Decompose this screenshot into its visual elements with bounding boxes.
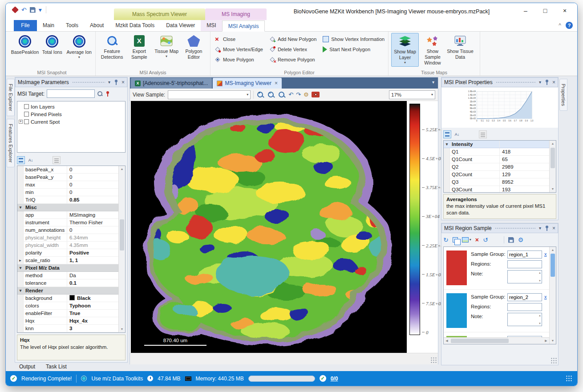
property-value[interactable]: Typhoon xyxy=(67,302,118,309)
property-value[interactable]: 0 xyxy=(67,189,118,196)
pan-hand-icon[interactable]: ⚙ xyxy=(304,92,309,97)
scroll-down-icon[interactable]: ▼ xyxy=(538,322,541,325)
property-row[interactable]: num_annotations 0 xyxy=(17,226,118,234)
refresh-icon[interactable]: ↻ xyxy=(443,237,449,243)
minimize-icon[interactable]: – xyxy=(516,4,535,17)
property-row[interactable]: basePeak_y 0 xyxy=(17,174,118,181)
show-tissue-data-button[interactable]: Show Tissue Data xyxy=(446,33,474,61)
side-tab[interactable]: Properties xyxy=(559,79,567,111)
property-row[interactable]: max 0 xyxy=(17,181,118,189)
property-value[interactable]: 0.1 xyxy=(67,279,118,287)
zoom-reset-icon[interactable] xyxy=(278,91,286,99)
status-task-count[interactable]: 0/0 xyxy=(331,376,338,382)
copy-icon[interactable] xyxy=(453,237,458,242)
tree-checkbox[interactable] xyxy=(24,112,29,117)
tree-item[interactable]: + Pinned Pixels xyxy=(18,110,124,118)
settings-gear-icon[interactable]: ⚙ xyxy=(518,237,524,243)
property-row[interactable]: colors Typhoon xyxy=(17,302,118,310)
panel-dropdown-icon[interactable]: ▾ xyxy=(539,226,541,230)
property-value[interactable]: 129 xyxy=(500,171,556,178)
scrollbar-thumb[interactable] xyxy=(451,339,509,343)
property-row[interactable]: physical_width 4.35mm xyxy=(17,242,118,249)
region-item[interactable]: Sample Group: x Regions: Note: xyxy=(444,247,549,290)
ribbon-tab[interactable]: Mzkit Data Tools xyxy=(109,20,160,31)
property-row[interactable]: TrIQ 0.85 xyxy=(17,196,118,204)
polygon-tool-button[interactable]: Add New Polygon xyxy=(268,34,318,44)
property-row[interactable]: basePeak_x 0 xyxy=(17,166,118,174)
help-icon[interactable]: ? xyxy=(566,22,573,29)
polygon-tool-button[interactable]: Show Vertex Information xyxy=(321,34,386,44)
property-value[interactable]: 0 xyxy=(67,174,118,181)
property-value[interactable]: 2989 xyxy=(500,163,556,170)
scrollbar-vertical[interactable]: ▲ ▼ xyxy=(549,141,556,192)
alphabetical-sort-icon[interactable]: A↓ xyxy=(453,130,461,138)
scrollbar-thumb[interactable] xyxy=(120,219,124,251)
ribbon-tab[interactable]: MSI Analysis xyxy=(222,20,265,32)
region-color-swatch[interactable] xyxy=(446,251,467,285)
property-pages-icon[interactable] xyxy=(479,130,487,138)
region-color-swatch[interactable] xyxy=(446,293,467,328)
property-row[interactable]: Q2 2989 xyxy=(444,163,556,171)
msi-canvas[interactable]: 870.40 um xyxy=(131,101,407,353)
property-row[interactable]: Q3 8952 xyxy=(444,178,556,186)
polygon-tool-button[interactable]: Close xyxy=(213,34,264,44)
property-value[interactable]: 3 xyxy=(67,325,118,332)
property-row[interactable]: Misc xyxy=(17,204,118,211)
tree-item[interactable]: + Current Spot xyxy=(18,118,124,125)
pin-icon[interactable] xyxy=(113,80,118,85)
bottom-tab[interactable]: Task List xyxy=(46,364,67,370)
scroll-down-icon[interactable]: ▼ xyxy=(550,338,556,344)
property-value[interactable]: Black xyxy=(67,295,118,302)
tab-list-dropdown-icon[interactable]: ▾ xyxy=(432,80,434,85)
sample-group-input[interactable] xyxy=(507,293,542,301)
delete-region-icon[interactable]: × xyxy=(475,237,479,243)
remove-region-link[interactable]: x xyxy=(544,251,547,257)
save-icon[interactable] xyxy=(30,7,36,13)
contextual-tab-group[interactable]: Mass Spectrum Viewer xyxy=(114,8,205,20)
zoom-out-icon[interactable]: − xyxy=(267,91,275,99)
tree-checkbox[interactable] xyxy=(24,104,29,109)
property-value[interactable]: Thermo Fisher xyxy=(67,219,118,226)
property-value[interactable]: 1, 1 xyxy=(67,257,118,264)
property-row[interactable]: min 0 xyxy=(17,189,118,196)
export-image-button[interactable]: ▾ xyxy=(462,237,471,242)
window-resize-grip[interactable] xyxy=(566,375,573,382)
property-row[interactable]: knn 3 xyxy=(17,325,118,332)
property-value[interactable]: Hqx_4x xyxy=(67,317,118,324)
document-tab[interactable]: [Adenosine-5'-triphosphat... × xyxy=(131,78,212,89)
scroll-up-icon[interactable]: ▲ xyxy=(538,314,541,317)
regions-input[interactable] xyxy=(507,260,542,268)
alphabetical-sort-icon[interactable]: A↓ xyxy=(27,156,35,164)
scrollbar-thumb[interactable] xyxy=(551,148,555,168)
ribbon-tab[interactable]: Data Viewer xyxy=(160,20,201,31)
polygon-tool-button[interactable]: Remove Polygon xyxy=(268,54,318,65)
tissue-map-button[interactable]: Tissue Map ▾ xyxy=(153,33,180,60)
polygon-tool-button[interactable]: Delete Vertex xyxy=(268,44,318,54)
property-row[interactable]: Q1 418 xyxy=(444,148,556,156)
scrollbar-vertical[interactable]: ▲ ▼ xyxy=(118,166,125,332)
reload-icon[interactable]: ↺ xyxy=(483,237,488,243)
property-value[interactable]: 418 xyxy=(500,148,556,155)
categorized-icon[interactable] xyxy=(443,130,451,138)
tree-checkbox[interactable] xyxy=(24,119,29,124)
ion-snapshot-button[interactable]: BasePeakIon ▾ xyxy=(11,33,39,57)
polygon-tool-button[interactable]: Start Next Polygon xyxy=(321,44,386,54)
document-tab[interactable]: MS-Imaging Viewer × xyxy=(213,78,282,89)
property-row[interactable]: Render xyxy=(17,287,118,295)
scroll-up-icon[interactable]: ▲ xyxy=(119,166,125,172)
property-value[interactable]: 0.85 xyxy=(67,196,118,203)
ribbon-tab[interactable]: Tools xyxy=(60,20,84,31)
polygon-editor-button[interactable]: Polygon Editor xyxy=(180,33,207,61)
property-value[interactable]: 193 xyxy=(500,186,556,193)
undo-icon[interactable]: ↶ xyxy=(21,7,27,13)
property-row[interactable]: Q3Count 193 xyxy=(444,186,556,193)
scroll-up-icon[interactable]: ▲ xyxy=(550,247,556,253)
ribbon-tab[interactable]: About xyxy=(84,20,109,31)
remove-region-link[interactable]: x xyxy=(544,293,547,299)
panel-dropdown-icon[interactable]: ▾ xyxy=(108,80,110,85)
scrollbar-thumb[interactable] xyxy=(551,254,555,277)
scroll-right-icon[interactable]: ▶ xyxy=(543,338,549,344)
zoom-in-icon[interactable]: + xyxy=(256,91,264,99)
resize-grip[interactable] xyxy=(430,357,437,363)
property-value[interactable]: Positive xyxy=(67,249,118,256)
